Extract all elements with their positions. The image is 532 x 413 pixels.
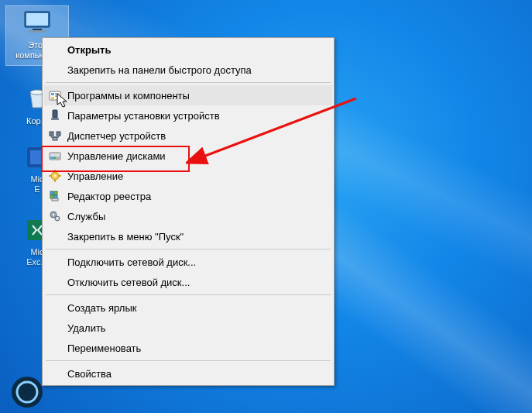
menu-item-pin-start[interactable]: Закрепить в меню "Пуск"	[44, 226, 332, 246]
menu-item-delete[interactable]: Удалить	[44, 318, 332, 338]
svg-rect-32	[54, 195, 57, 198]
menu-item-shortcut[interactable]: Создать ярлык	[44, 298, 332, 318]
svg-rect-10	[55, 93, 59, 95]
menu-separator	[46, 249, 331, 250]
services-icon	[47, 208, 63, 224]
svg-rect-14	[51, 118, 59, 120]
menu-icon-blank	[47, 300, 63, 315]
svg-rect-33	[52, 198, 58, 201]
regedit-icon	[47, 188, 63, 204]
menu-item-regedit[interactable]: Редактор реестра	[44, 186, 332, 206]
menu-item-programs[interactable]: Программы и компоненты	[44, 85, 332, 105]
menu-item-map-drive[interactable]: Подключить сетевой диск...	[44, 252, 332, 272]
this-pc-icon	[22, 9, 53, 37]
menu-item-label: Управление	[67, 170, 328, 182]
menu-item-label: Открыть	[67, 44, 328, 56]
menu-item-disk-mgmt[interactable]: Управление дисками	[44, 146, 332, 166]
svg-rect-16	[57, 132, 60, 136]
svg-rect-22	[50, 153, 60, 156]
menu-icon-blank	[47, 366, 63, 381]
menu-icon-blank	[47, 254, 63, 270]
menu-separator	[46, 294, 331, 295]
menu-item-label: Программы и компоненты	[67, 90, 328, 102]
device-settings-icon	[47, 108, 63, 123]
svg-rect-12	[51, 97, 54, 99]
menu-item-label: Службы	[67, 211, 328, 222]
menu-separator	[46, 82, 331, 83]
menu-icon-blank	[47, 320, 63, 336]
svg-point-36	[53, 214, 54, 215]
menu-icon-blank	[47, 340, 63, 356]
manage-icon	[47, 168, 63, 184]
menu-item-services[interactable]: Службы	[44, 206, 332, 226]
menu-icon-blank	[47, 274, 63, 290]
menu-item-unmap-drive[interactable]: Отключить сетевой диск...	[44, 272, 332, 292]
svg-rect-17	[53, 137, 57, 140]
svg-rect-11	[55, 95, 59, 97]
menu-separator	[46, 360, 331, 361]
menu-item-dev-manager[interactable]: Диспетчер устройств	[44, 126, 332, 146]
context-menu: ОткрытьЗакрепить на панели быстрого дост…	[42, 37, 335, 386]
svg-rect-9	[51, 93, 54, 95]
svg-rect-3	[28, 30, 46, 33]
menu-item-label: Создать ярлык	[67, 302, 328, 314]
menu-item-label: Подключить сетевой диск...	[67, 256, 328, 268]
menu-item-open[interactable]: Открыть	[44, 40, 332, 60]
programs-icon	[47, 88, 63, 103]
menu-item-rename[interactable]: Переименовать	[44, 338, 332, 358]
menu-item-label: Управление дисками	[67, 150, 328, 162]
svg-point-24	[54, 175, 57, 177]
svg-rect-19	[50, 157, 53, 159]
svg-point-37	[57, 218, 58, 219]
menu-item-properties[interactable]: Свойства	[44, 363, 332, 384]
menu-item-label: Переименовать	[67, 342, 328, 354]
taskbar-orb[interactable]	[11, 376, 43, 408]
svg-rect-30	[50, 195, 53, 198]
menu-item-pin-quick[interactable]: Закрепить на панели быстрого доступа	[44, 60, 332, 80]
svg-rect-31	[54, 191, 57, 194]
menu-item-label: Удалить	[67, 322, 328, 334]
menu-item-manage[interactable]: Управление	[44, 166, 332, 186]
menu-icon-blank	[47, 229, 63, 244]
menu-item-label: Закрепить в меню "Пуск"	[67, 231, 328, 243]
menu-item-label: Редактор реестра	[67, 191, 328, 202]
svg-rect-1	[26, 13, 48, 26]
menu-item-label: Отключить сетевой диск...	[67, 277, 328, 288]
menu-item-label: Закрепить на панели быстрого доступа	[67, 64, 328, 76]
disk-mgmt-icon	[47, 148, 63, 163]
menu-icon-blank	[47, 62, 63, 77]
menu-icon-blank	[47, 42, 63, 57]
menu-item-label: Диспетчер устройств	[67, 130, 328, 142]
svg-rect-13	[53, 110, 57, 118]
svg-rect-2	[33, 29, 42, 30]
menu-item-label: Свойства	[67, 368, 328, 380]
device-manager-icon	[47, 128, 63, 143]
svg-rect-15	[50, 132, 53, 136]
menu-item-dev-settings[interactable]: Параметры установки устройств	[44, 105, 332, 126]
svg-rect-21	[56, 157, 60, 159]
svg-rect-29	[50, 191, 53, 194]
menu-item-label: Параметры установки устройств	[67, 110, 328, 122]
svg-rect-20	[53, 157, 56, 159]
